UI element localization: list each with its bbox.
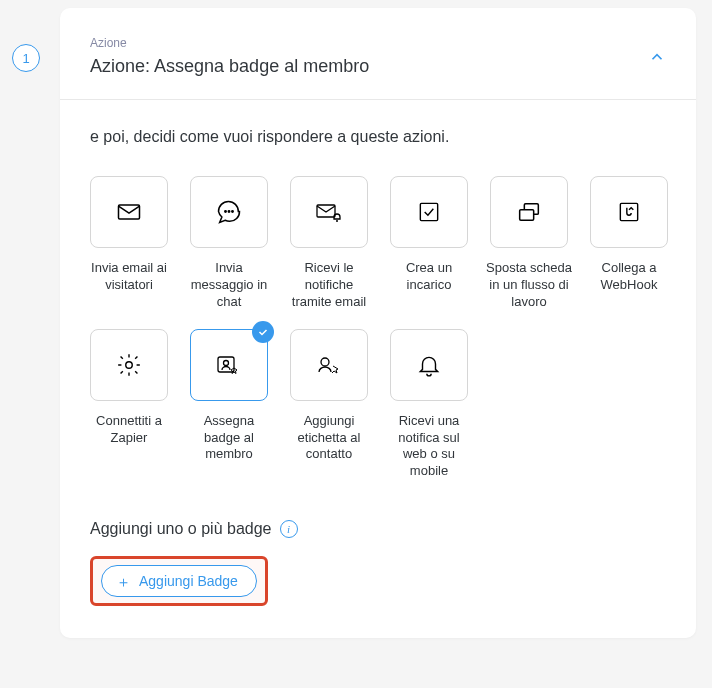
option-chat-message[interactable]: Invia messaggio in chat: [190, 176, 268, 311]
tile-web-mobile-notify[interactable]: [390, 329, 468, 401]
info-icon[interactable]: i: [280, 520, 298, 538]
tile-chat-message[interactable]: [190, 176, 268, 248]
svg-point-10: [126, 361, 133, 368]
option-add-label[interactable]: Aggiungi etichetta al contatto: [290, 329, 368, 481]
tile-create-task[interactable]: [390, 176, 468, 248]
check-icon: [252, 321, 274, 343]
option-web-mobile-notify[interactable]: Ricevi una notifica sul web o su mobile: [390, 329, 468, 481]
svg-rect-4: [317, 205, 335, 217]
chat-icon: [215, 198, 243, 226]
option-email-notify[interactable]: Ricevi le notifiche tramite email: [290, 176, 368, 311]
tile-email-notify[interactable]: [290, 176, 368, 248]
svg-rect-6: [420, 203, 437, 220]
badge-icon: [214, 351, 244, 379]
svg-point-13: [321, 358, 329, 366]
action-card: Azione Azione: Assegna badge al membro e…: [60, 8, 696, 638]
option-label: Assegna badge al membro: [186, 413, 272, 464]
tile-add-label[interactable]: [290, 329, 368, 401]
add-badge-label: Aggiungi Badge: [139, 573, 238, 589]
chevron-up-icon[interactable]: [648, 48, 666, 66]
highlight-box: ＋ Aggiungi Badge: [90, 556, 268, 606]
option-label: Sposta scheda in un flusso di lavoro: [486, 260, 572, 311]
svg-point-3: [232, 211, 233, 212]
gear-icon: [116, 352, 142, 378]
tile-move-workflow[interactable]: [490, 176, 568, 248]
envelope-bell-icon: [314, 198, 344, 226]
option-label: Ricevi le notifiche tramite email: [286, 260, 372, 311]
webhook-icon: [616, 199, 642, 225]
option-assign-badge[interactable]: Assegna badge al membro: [190, 329, 268, 481]
option-label: Connettiti a Zapier: [86, 413, 172, 447]
options-grid: Invia email ai visitatori Invia messaggi…: [90, 176, 666, 480]
option-create-task[interactable]: Crea un incarico: [390, 176, 468, 311]
bell-icon: [416, 352, 442, 378]
option-label: Ricevi una notifica sul web o su mobile: [386, 413, 472, 481]
svg-point-1: [225, 211, 226, 212]
option-label: Collega a WebHook: [586, 260, 672, 294]
tile-webhook[interactable]: [590, 176, 668, 248]
cards-icon: [515, 198, 543, 226]
option-email-visitors[interactable]: Invia email ai visitatori: [90, 176, 168, 311]
intro-text: e poi, decidi come vuoi rispondere a que…: [90, 128, 666, 146]
option-move-workflow[interactable]: Sposta scheda in un flusso di lavoro: [490, 176, 568, 311]
checkbox-icon: [416, 199, 442, 225]
option-label: Invia email ai visitatori: [86, 260, 172, 294]
option-label: Invia messaggio in chat: [186, 260, 272, 311]
option-webhook[interactable]: Collega a WebHook: [590, 176, 668, 311]
svg-rect-8: [520, 210, 534, 221]
tile-email-visitors[interactable]: [90, 176, 168, 248]
tile-assign-badge[interactable]: [190, 329, 268, 401]
step-number-text: 1: [22, 51, 29, 66]
add-badge-button[interactable]: ＋ Aggiungi Badge: [101, 565, 257, 597]
card-header[interactable]: Azione Azione: Assegna badge al membro: [60, 8, 696, 100]
svg-rect-9: [620, 203, 637, 220]
svg-point-12: [224, 360, 229, 365]
tile-zapier[interactable]: [90, 329, 168, 401]
option-label: Aggiungi etichetta al contatto: [286, 413, 372, 464]
header-overline: Azione: [90, 36, 369, 50]
header-title: Azione: Assegna badge al membro: [90, 56, 369, 77]
svg-point-2: [228, 211, 229, 212]
option-label: Crea un incarico: [386, 260, 472, 294]
plus-icon: ＋: [116, 574, 131, 589]
subtitle-text: Aggiungi uno o più badge: [90, 520, 272, 538]
svg-rect-0: [119, 205, 140, 219]
option-zapier[interactable]: Connettiti a Zapier: [90, 329, 168, 481]
tag-contact-icon: [314, 351, 344, 379]
envelope-icon: [115, 198, 143, 226]
step-number-badge: 1: [12, 44, 40, 72]
